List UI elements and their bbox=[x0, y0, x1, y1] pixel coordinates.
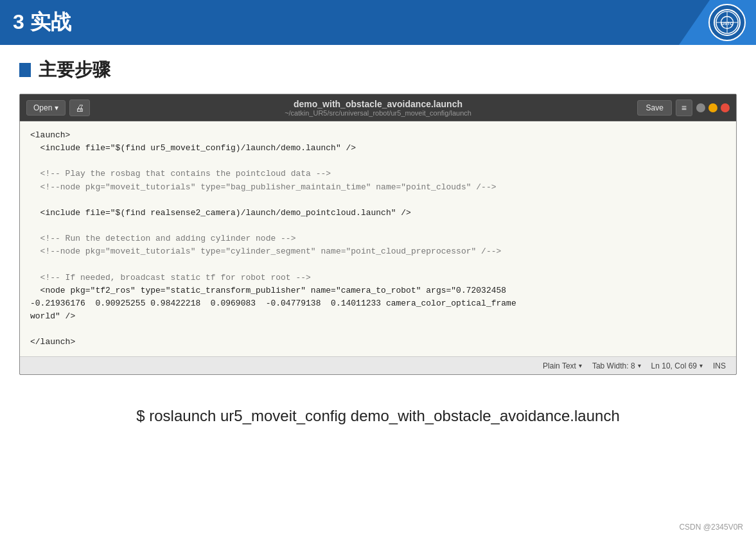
tab-width-status[interactable]: Tab Width: 8 ▾ bbox=[592, 361, 641, 370]
code-line-1: <launch> <include file="$(find ur5_movei… bbox=[30, 130, 516, 347]
main-content: 主要步骤 Open ▾ 🖨 demo_with_obstacle_avoidan… bbox=[0, 45, 756, 451]
ins-label: INS bbox=[713, 361, 726, 370]
open-arrow: ▾ bbox=[55, 103, 58, 112]
editor-actions: Save ≡ bbox=[631, 94, 736, 121]
command-text: $ roslaunch ur5_moveit_config demo_with_… bbox=[136, 407, 619, 424]
editor-statusbar: Plain Text ▾ Tab Width: 8 ▾ Ln 10, Col 6… bbox=[20, 356, 736, 374]
editor-window: Open ▾ 🖨 demo_with_obstacle_avoidance.la… bbox=[19, 94, 737, 375]
tab-width-label: Tab Width: 8 bbox=[592, 361, 635, 370]
editor-titlebar: Open ▾ 🖨 demo_with_obstacle_avoidance.la… bbox=[20, 94, 736, 121]
section-heading: 主要步骤 bbox=[19, 58, 737, 82]
open-label: Open bbox=[33, 103, 52, 112]
logo-circle: USTC bbox=[708, 4, 746, 41]
editor-filename: demo_with_obstacle_avoidance.launch bbox=[285, 99, 471, 109]
plain-text-label: Plain Text bbox=[543, 361, 576, 370]
footer-text: CSDN @2345V0R bbox=[679, 523, 743, 532]
plain-text-arrow: ▾ bbox=[579, 362, 582, 369]
section-marker bbox=[19, 63, 31, 77]
editor-toolbar: Open ▾ 🖨 bbox=[20, 94, 96, 121]
maximize-button[interactable] bbox=[708, 103, 717, 112]
command-section: $ roslaunch ur5_moveit_config demo_with_… bbox=[19, 394, 737, 438]
minimize-button[interactable] bbox=[696, 103, 705, 112]
editor-filepath: ~/catkin_UR5/src/universal_robot/ur5_mov… bbox=[285, 109, 471, 117]
position-arrow: ▾ bbox=[699, 362, 703, 369]
footer: CSDN @2345V0R bbox=[679, 523, 743, 532]
editor-code[interactable]: <launch> <include file="$(find ur5_movei… bbox=[20, 121, 736, 356]
window-controls bbox=[696, 103, 730, 112]
open-button[interactable]: Open ▾ bbox=[26, 100, 66, 116]
svg-text:USTC: USTC bbox=[721, 21, 733, 26]
print-button[interactable]: 🖨 bbox=[69, 100, 90, 116]
header-title: 3 实战 bbox=[13, 8, 71, 37]
editor-titlebar-center: demo_with_obstacle_avoidance.launch ~/ca… bbox=[285, 99, 471, 117]
tab-width-arrow: ▾ bbox=[638, 362, 641, 369]
position-label: Ln 10, Col 69 bbox=[651, 361, 697, 370]
close-button[interactable] bbox=[721, 103, 730, 112]
header-bar: 3 实战 USTC bbox=[0, 0, 756, 45]
position-status[interactable]: Ln 10, Col 69 ▾ bbox=[651, 361, 703, 370]
save-button[interactable]: Save bbox=[637, 100, 671, 116]
logo-inner: USTC bbox=[714, 9, 741, 36]
header-logo: USTC bbox=[705, 3, 750, 42]
plain-text-status[interactable]: Plain Text ▾ bbox=[543, 361, 582, 370]
menu-button[interactable]: ≡ bbox=[676, 100, 692, 116]
ins-status: INS bbox=[713, 361, 726, 370]
section-title: 主要步骤 bbox=[39, 58, 110, 82]
